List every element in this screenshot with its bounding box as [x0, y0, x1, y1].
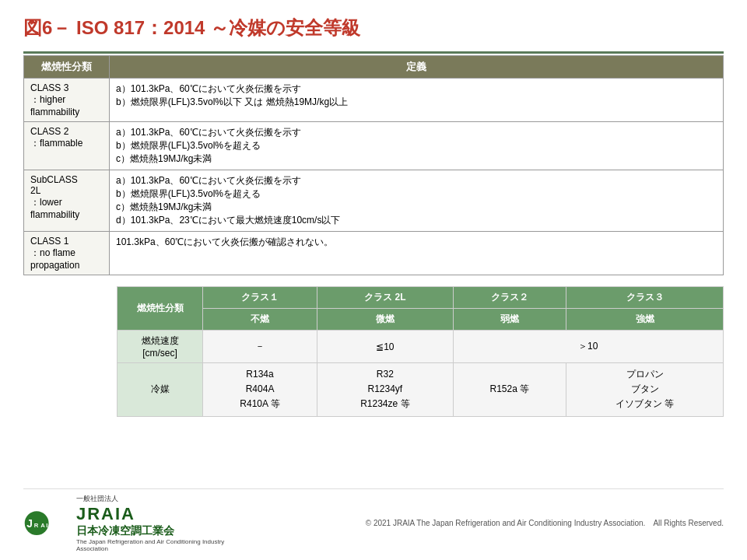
label-refrigerant: 冷媒 — [117, 363, 203, 417]
ref-c2l: R32 R1234yf R1234ze 等 — [317, 363, 454, 417]
header-row-1: 燃焼性分類 クラス１ クラス 2L クラス２ クラス３ — [117, 287, 724, 309]
table-row: CLASS 3 ：higher flammability a）101.3kPa、… — [24, 79, 724, 122]
footer-logo: J R A IA 一般社団法人 JRAIA 日本冷凍空調工業会 The Japa… — [23, 494, 247, 552]
bottom-header-c3: クラス３ — [566, 287, 724, 309]
col-header-def: 定義 — [110, 56, 724, 79]
jraia-logo-icon: J R A IA — [23, 508, 70, 539]
speed-c2-c3: ＞10 — [453, 331, 723, 363]
footer-copyright: © 2021 JRAIA The Japan Refrigeration and… — [366, 518, 724, 529]
def-cell-3: 101.3kPa、60℃において火炎伝搬が確認されない。 — [110, 232, 724, 275]
def-cell-2: a）101.3kPa、60℃において火炎伝搬を示す b）燃焼限界(LFL)3.5… — [110, 170, 724, 232]
def-cell-1: a）101.3kPa、60℃において火炎伝搬を示す b）燃焼限界(LFL)3.5… — [110, 122, 724, 170]
page-title: 図6－ ISO 817：2014 ～冷媒の安全等級 — [23, 16, 724, 40]
top-border-line — [23, 51, 724, 54]
bottom-header2-c2: 弱燃 — [453, 309, 566, 331]
bottom-header2-c1: 不燃 — [203, 309, 317, 331]
def-cell-0: a）101.3kPa、60℃において火炎伝搬を示す b）燃焼限界(LFL)3.5… — [110, 79, 724, 122]
label-speed: 燃焼速度 [cm/sec] — [117, 331, 203, 363]
detail-table: 燃焼性分類 クラス１ クラス 2L クラス２ クラス３ 不燃 微燃 弱燃 強燃 — [117, 286, 724, 417]
logo-en: The Japan Refrigeration and Air Conditio… — [76, 538, 247, 552]
class-cell-0: CLASS 3 ：higher flammability — [24, 79, 110, 122]
table-row: 燃焼速度 [cm/sec] － ≦10 ＞10 — [117, 331, 724, 363]
bottom-header2-c2l: 微燃 — [317, 309, 454, 331]
bottom-section: 燃焼性分類 クラス１ クラス 2L クラス２ クラス３ 不燃 微燃 弱燃 強燃 — [23, 286, 724, 417]
bottom-header-c2l: クラス 2L — [317, 287, 454, 309]
class-cell-1: CLASS 2 ：flammable — [24, 122, 110, 170]
logo-jraia: JRAIA — [76, 504, 247, 524]
logo-text-block: 一般社団法人 JRAIA 日本冷凍空調工業会 The Japan Refrige… — [76, 494, 247, 552]
bottom-header2-c3: 強燃 — [566, 309, 724, 331]
classification-table: 燃焼性分類 定義 CLASS 3 ：higher flammability a）… — [23, 55, 724, 275]
ref-c1: R134a R404A R410A 等 — [203, 363, 317, 417]
header-row-2: 不燃 微燃 弱燃 強燃 — [117, 309, 724, 331]
ref-c2: R152a 等 — [453, 363, 566, 417]
page-container: 図6－ ISO 817：2014 ～冷媒の安全等級 燃焼性分類 定義 CLASS… — [0, 0, 747, 560]
table-row: CLASS 2 ：flammable a）101.3kPa、60℃において火炎伝… — [24, 122, 724, 170]
logo-kanji: 日本冷凍空調工業会 — [76, 524, 247, 538]
ref-c3: プロパン ブタン イソブタン 等 — [566, 363, 724, 417]
table-row: 冷媒 R134a R404A R410A 等 R32 R1234yf R1234… — [117, 363, 724, 417]
bottom-header-c2: クラス２ — [453, 287, 566, 309]
bottom-table-wrap: 燃焼性分類 クラス１ クラス 2L クラス２ クラス３ 不燃 微燃 弱燃 強燃 — [117, 286, 724, 417]
table-row: CLASS 1 ：no flame propagation 101.3kPa、6… — [24, 232, 724, 275]
bottom-header-c1: クラス１ — [203, 287, 317, 309]
svg-text:A: A — [40, 521, 45, 528]
svg-text:J: J — [26, 517, 33, 529]
class-cell-3: CLASS 1 ：no flame propagation — [24, 232, 110, 275]
col-header-class: 燃焼性分類 — [24, 56, 110, 79]
class-cell-2: SubCLASS 2L ：lower flammability — [24, 170, 110, 232]
svg-text:IA: IA — [46, 521, 52, 528]
table-row: SubCLASS 2L ：lower flammability a）101.3k… — [24, 170, 724, 232]
bottom-header-class: 燃焼性分類 — [117, 287, 203, 331]
speed-c1: － — [203, 331, 317, 363]
logo-org: 一般社団法人 — [76, 494, 247, 504]
svg-text:R: R — [34, 521, 39, 528]
speed-c2l: ≦10 — [317, 331, 454, 363]
footer-bar: J R A IA 一般社団法人 JRAIA 日本冷凍空調工業会 The Japa… — [23, 488, 724, 552]
